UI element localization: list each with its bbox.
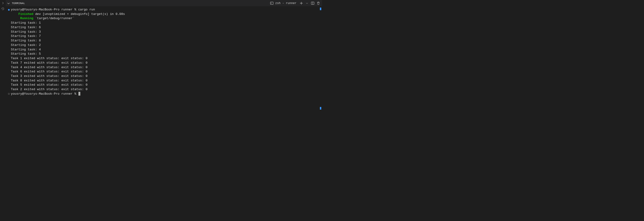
terminal-line-prompt: yousry@Yousrys-MacBook-Pro runner % carg… — [6, 8, 322, 12]
chevron-down-icon[interactable] — [6, 2, 10, 5]
split-terminal-button[interactable] — [311, 2, 314, 5]
cursor-icon — [78, 92, 80, 96]
launch-profile-chevron-icon[interactable] — [305, 2, 309, 5]
terminal-line: Task 8 exited with status: exit status: … — [6, 79, 322, 83]
panel-gutter — [0, 0, 6, 111]
command-pending-dot-icon — [6, 92, 11, 96]
panel-header-left: TERMINAL — [6, 2, 25, 5]
terminal-line-prompt: yousry@Yousrys-MacBook-Pro runner % — [6, 92, 322, 96]
terminal-line: Starting task: 2 — [6, 43, 322, 48]
panel-tab-terminal[interactable]: TERMINAL — [12, 2, 25, 5]
terminal-line: Starting task: 5 — [6, 52, 322, 56]
new-terminal-button[interactable] — [299, 2, 303, 5]
terminal-line: Finished dev [unoptimized + debuginfo] t… — [6, 12, 322, 17]
terminal-line: Starting task: 1 — [6, 21, 322, 25]
terminal-line: Running `target/debug/runner` — [6, 16, 322, 21]
terminal-prompt-text: yousry@Yousrys-MacBook-Pro runner % — [11, 92, 80, 96]
history-icon[interactable] — [1, 7, 5, 11]
kill-terminal-button[interactable] — [316, 2, 320, 5]
terminal-line: Task 6 exited with status: exit status: … — [6, 70, 322, 74]
terminal-line: Task 4 exited with status: exit status: … — [6, 65, 322, 70]
terminal-line: Starting task: 8 — [6, 39, 322, 43]
terminal-line: Starting task: 7 — [6, 34, 322, 39]
terminal-output[interactable]: yousry@Yousrys-MacBook-Pro runner % carg… — [6, 7, 322, 111]
terminal-icon — [270, 2, 274, 5]
terminal-shell-chip[interactable]: zsh - runner — [269, 1, 298, 6]
terminal-line: Starting task: 6 — [6, 25, 322, 30]
terminal-line: Task 3 exited with status: exit status: … — [6, 74, 322, 79]
scroll-marker-bottom — [320, 107, 321, 110]
scroll-marker-top — [320, 8, 321, 10]
terminal-shell-label: zsh - runner — [275, 2, 296, 5]
terminal-line: Task 1 exited with status: exit status: … — [6, 56, 322, 61]
panel-header-actions: zsh - runner — [269, 1, 320, 6]
terminal-line: Starting task: 4 — [6, 48, 322, 52]
terminal-panel: TERMINAL zsh - runner — [6, 0, 322, 111]
terminal-line: Task 7 exited with status: exit status: … — [6, 61, 322, 65]
panel-header: TERMINAL zsh - runner — [6, 0, 322, 7]
terminal-line: Task 2 exited with status: exit status: … — [6, 87, 322, 92]
chevron-right-icon[interactable] — [1, 1, 5, 5]
terminal-line: Task 5 exited with status: exit status: … — [6, 83, 322, 87]
svg-rect-0 — [270, 2, 273, 4]
terminal-prompt-text: yousry@Yousrys-MacBook-Pro runner % carg… — [11, 8, 95, 12]
command-success-dot-icon — [6, 8, 11, 12]
terminal-line: Starting task: 3 — [6, 30, 322, 34]
